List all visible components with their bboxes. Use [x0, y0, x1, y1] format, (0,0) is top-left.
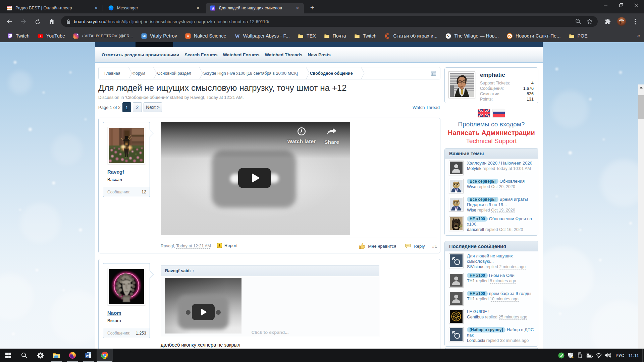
show-desktop-button[interactable] — [642, 349, 644, 362]
breadcrumb-grid-icon[interactable] — [431, 71, 436, 76]
breadcrumb-server[interactable]: Scryde High Five x100 [18 сентября в 20:… — [199, 71, 302, 76]
post-author[interactable]: LordLoski — [467, 338, 485, 343]
forward-icon[interactable] — [18, 16, 29, 27]
visitor-username[interactable]: emphatic — [480, 72, 505, 78]
quote-expand-link[interactable]: Click to expand... — [161, 330, 379, 335]
topic-avatar[interactable] — [449, 197, 464, 212]
subnav-new-posts[interactable]: New Posts — [308, 52, 331, 57]
topic-date[interactable]: Oct 19, 2020 — [491, 208, 515, 213]
bookmark-folder-twitch[interactable]: Twitch — [354, 33, 377, 39]
post-title-link[interactable]: LF GUIDE ! — [467, 309, 489, 314]
topic-author[interactable]: dancerelf — [467, 227, 484, 232]
visitor-avatar[interactable] — [448, 71, 475, 98]
bookmark-games-articles[interactable]: Статьи об играх и... — [385, 33, 438, 39]
taskbar-settings-button[interactable] — [32, 349, 48, 362]
start-button[interactable] — [0, 349, 16, 362]
post-1-report-link[interactable]: ! Report — [217, 243, 237, 248]
post-avatar[interactable] — [449, 327, 464, 342]
forum-navbar-active-tab[interactable] — [136, 42, 173, 47]
topic-avatar[interactable] — [449, 161, 464, 175]
tab-radio-best[interactable]: BestРАДИО Радио BEST | Онлайн-плеер × — [3, 3, 103, 13]
taskbar-explorer-button[interactable] — [48, 349, 64, 362]
volume-icon[interactable] — [603, 349, 613, 362]
video-play-button[interactable] — [238, 168, 271, 188]
post-author[interactable]: StVicious — [467, 264, 484, 269]
bookmark-folder-poe[interactable]: POE — [569, 33, 588, 39]
thread-date[interactable]: Today at 12:21 AM — [206, 95, 243, 100]
page-next-button[interactable]: Next > — [144, 102, 162, 112]
topic-avatar[interactable] — [449, 216, 464, 231]
post-author[interactable]: TH1 — [467, 279, 475, 283]
login-problems-link[interactable]: Проблемы со входом? — [444, 121, 538, 128]
breadcrumb-current[interactable]: Свободное общение — [306, 71, 357, 76]
scrollbar-thumb[interactable] — [638, 95, 644, 119]
back-icon[interactable] — [4, 16, 15, 27]
profile-avatar[interactable] — [616, 16, 627, 27]
usb-eject-icon[interactable] — [575, 349, 585, 362]
taskbar-clock[interactable]: 11:11 — [627, 353, 642, 358]
address-bar[interactable]: board.scryde.ru/threads/dlja-ljudej-ne-i… — [61, 16, 598, 27]
post-date[interactable]: 25 minutes ago — [499, 315, 527, 320]
bookmark-folder-pochta[interactable]: Почта — [324, 33, 346, 39]
tab-close-icon[interactable]: × — [195, 5, 201, 11]
video-watch-later-button[interactable]: Watch later — [286, 127, 317, 145]
post-title-link[interactable]: Для людей не ищущих смысловую... — [467, 253, 513, 264]
bookmark-village[interactable]: V The Village — Нов... — [445, 33, 499, 39]
bookmark-wallpaper-abyss[interactable]: Wallpaper Abyss - F... — [234, 33, 290, 39]
bookmark-instagram[interactable]: • vitaliy petrov (@fr... — [73, 33, 133, 39]
menu-dots-icon[interactable] — [630, 16, 641, 27]
video-share-button[interactable]: Share — [322, 127, 341, 145]
bookmark-spb-news[interactable]: Новости Санкт-Пе... — [507, 33, 561, 39]
post-avatar[interactable] — [449, 291, 464, 306]
post-title-link[interactable]: Гном на Оли — [489, 273, 515, 278]
home-icon[interactable] — [46, 16, 57, 27]
window-restore-button[interactable] — [613, 0, 629, 10]
uk-flag-icon[interactable] — [478, 109, 490, 117]
topic-date[interactable]: Oct 20, 2020 — [491, 184, 515, 189]
subnav-search-forums[interactable]: Search Forums — [184, 52, 217, 57]
tray-app-icon[interactable] — [556, 349, 566, 362]
post-date[interactable]: 33 minutes ago — [500, 338, 529, 343]
bookmark-twitch[interactable]: Twitch — [7, 33, 30, 39]
taskbar-chrome-button[interactable] — [97, 349, 113, 362]
topic-title-link[interactable]: Хэллоуин 2020 / Halloween 2020 — [467, 161, 532, 166]
battery-icon[interactable] — [585, 349, 594, 362]
post-title-link[interactable]: прем баф за 9 голды — [489, 291, 531, 296]
tab-messenger[interactable]: Messenger × — [104, 3, 204, 13]
topic-title-link[interactable]: Обновления — [499, 179, 525, 184]
bookmark-star-icon[interactable] — [585, 17, 594, 26]
post-1-footer-user[interactable]: Ravegf, — [161, 244, 175, 248]
post-1-avatar[interactable] — [108, 127, 145, 164]
page-2-button[interactable]: 2 — [133, 102, 142, 112]
post-date[interactable]: 10 minutes ago — [490, 297, 518, 302]
post-2-username[interactable]: Naom — [107, 310, 150, 316]
topic-author[interactable]: Motylek — [467, 166, 481, 171]
reply-link[interactable]: Reply — [414, 244, 425, 249]
thread-author-link[interactable]: Ravegf — [190, 95, 204, 100]
taskbar-word-button[interactable]: W — [80, 349, 97, 362]
topic-avatar[interactable] — [449, 179, 464, 193]
bookmark-vk[interactable]: vk Vitaly Petrov — [141, 33, 177, 39]
new-tab-button[interactable]: + — [308, 4, 317, 12]
topic-date[interactable]: Oct 16, 2020 — [499, 227, 523, 232]
page-scrollbar[interactable] — [638, 84, 644, 349]
bookmark-youtube[interactable]: YouTube — [38, 33, 65, 39]
topic-date[interactable]: Today at 10:01 AM — [496, 166, 531, 171]
post-avatar[interactable] — [449, 253, 464, 268]
like-link[interactable]: Мне нравится — [368, 244, 396, 249]
post-date[interactable]: 8 minutes ago — [490, 279, 516, 284]
bookmarks-overflow-chevron[interactable]: » — [637, 33, 640, 38]
write-admin-link[interactable]: Написать Администрации — [444, 129, 538, 137]
topic-author[interactable]: Wise — [467, 208, 476, 213]
quote-jump-arrow[interactable]: ↑ — [192, 268, 194, 273]
window-minimize-button[interactable] — [598, 0, 613, 10]
russia-flag-icon[interactable] — [493, 109, 505, 117]
post-1-username[interactable]: Ravegf — [107, 169, 150, 175]
taskbar-firefox-button[interactable] — [64, 349, 80, 362]
taskbar-search-button[interactable] — [16, 349, 32, 362]
subnav-mark-read[interactable]: Отметить разделы прочитанными — [102, 52, 179, 57]
extensions-puzzle-icon[interactable] — [602, 16, 613, 27]
bookmark-naked-science[interactable]: Naked Science — [185, 33, 226, 39]
post-date[interactable]: 2 minutes ago — [499, 264, 526, 269]
post-author[interactable]: TH1 — [467, 297, 475, 301]
